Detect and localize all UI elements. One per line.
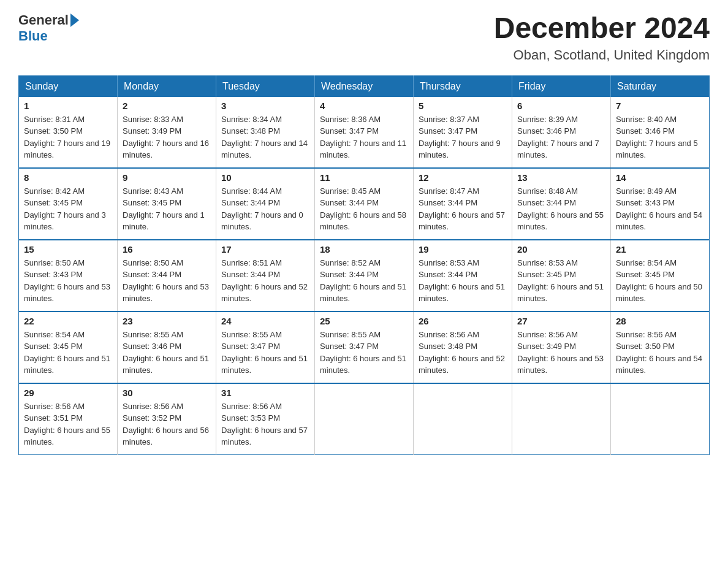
day-number: 2 (123, 101, 211, 111)
day-number: 27 (517, 316, 605, 326)
logo-general-text: General (18, 12, 69, 28)
calendar-cell: 18 Sunrise: 8:52 AMSunset: 3:44 PMDaylig… (315, 240, 414, 312)
day-info: Sunrise: 8:40 AMSunset: 3:46 PMDaylight:… (616, 115, 698, 160)
day-number: 15 (24, 244, 112, 255)
calendar-table: Sunday Monday Tuesday Wednesday Thursday… (18, 75, 710, 455)
logo: General Blue (18, 12, 79, 44)
day-number: 30 (123, 388, 211, 398)
calendar-week-5: 29 Sunrise: 8:56 AMSunset: 3:51 PMDaylig… (19, 383, 710, 455)
calendar-cell: 21 Sunrise: 8:54 AMSunset: 3:45 PMDaylig… (611, 240, 710, 312)
logo-blue-text: Blue (18, 28, 48, 44)
calendar-cell: 30 Sunrise: 8:56 AMSunset: 3:52 PMDaylig… (118, 383, 216, 455)
calendar-cell: 23 Sunrise: 8:55 AMSunset: 3:46 PMDaylig… (118, 312, 216, 383)
page-header: General Blue December 2024 Oban, Scotlan… (18, 12, 710, 63)
calendar-cell: 10 Sunrise: 8:44 AMSunset: 3:44 PMDaylig… (216, 168, 315, 240)
day-number: 1 (24, 101, 112, 111)
day-info: Sunrise: 8:34 AMSunset: 3:48 PMDaylight:… (221, 115, 308, 160)
logo-triangle-icon (70, 13, 79, 27)
day-number: 11 (320, 172, 408, 183)
day-number: 17 (221, 244, 309, 255)
day-number: 9 (123, 172, 211, 183)
calendar-cell: 7 Sunrise: 8:40 AMSunset: 3:46 PMDayligh… (611, 97, 710, 168)
calendar-cell: 25 Sunrise: 8:55 AMSunset: 3:47 PMDaylig… (315, 312, 414, 383)
day-number: 23 (123, 316, 211, 326)
day-info: Sunrise: 8:53 AMSunset: 3:45 PMDaylight:… (517, 258, 604, 304)
day-number: 13 (517, 172, 605, 183)
day-number: 8 (24, 172, 112, 183)
header-sunday: Sunday (19, 75, 118, 97)
calendar-cell: 9 Sunrise: 8:43 AMSunset: 3:45 PMDayligh… (118, 168, 216, 240)
day-info: Sunrise: 8:54 AMSunset: 3:45 PMDaylight:… (24, 330, 110, 375)
day-info: Sunrise: 8:56 AMSunset: 3:52 PMDaylight:… (123, 402, 209, 447)
calendar-cell: 20 Sunrise: 8:53 AMSunset: 3:45 PMDaylig… (512, 240, 611, 312)
day-info: Sunrise: 8:44 AMSunset: 3:44 PMDaylight:… (221, 186, 303, 232)
day-number: 5 (419, 101, 507, 111)
day-info: Sunrise: 8:53 AMSunset: 3:44 PMDaylight:… (419, 258, 505, 304)
day-info: Sunrise: 8:56 AMSunset: 3:48 PMDaylight:… (419, 330, 505, 375)
day-info: Sunrise: 8:50 AMSunset: 3:43 PMDaylight:… (24, 258, 110, 304)
day-info: Sunrise: 8:37 AMSunset: 3:47 PMDaylight:… (419, 115, 501, 160)
header-monday: Monday (118, 75, 216, 97)
day-info: Sunrise: 8:55 AMSunset: 3:47 PMDaylight:… (320, 330, 406, 375)
day-number: 7 (616, 101, 704, 111)
day-number: 28 (616, 316, 704, 326)
day-number: 12 (419, 172, 507, 183)
calendar-cell (315, 383, 414, 455)
day-info: Sunrise: 8:45 AMSunset: 3:44 PMDaylight:… (320, 186, 406, 232)
day-number: 6 (517, 101, 605, 111)
day-info: Sunrise: 8:43 AMSunset: 3:45 PMDaylight:… (123, 186, 205, 232)
calendar-cell (414, 383, 512, 455)
calendar-cell: 24 Sunrise: 8:55 AMSunset: 3:47 PMDaylig… (216, 312, 315, 383)
page-title: December 2024 (494, 12, 710, 45)
day-number: 18 (320, 244, 408, 255)
day-info: Sunrise: 8:56 AMSunset: 3:53 PMDaylight:… (221, 402, 308, 447)
page-subtitle: Oban, Scotland, United Kingdom (494, 47, 710, 63)
calendar-header-row: Sunday Monday Tuesday Wednesday Thursday… (19, 75, 710, 97)
calendar-cell: 31 Sunrise: 8:56 AMSunset: 3:53 PMDaylig… (216, 383, 315, 455)
calendar-cell: 6 Sunrise: 8:39 AMSunset: 3:46 PMDayligh… (512, 97, 611, 168)
day-info: Sunrise: 8:56 AMSunset: 3:50 PMDaylight:… (616, 330, 702, 375)
day-number: 10 (221, 172, 309, 183)
calendar-week-2: 8 Sunrise: 8:42 AMSunset: 3:45 PMDayligh… (19, 168, 710, 240)
day-info: Sunrise: 8:51 AMSunset: 3:44 PMDaylight:… (221, 258, 308, 304)
calendar-cell (611, 383, 710, 455)
day-info: Sunrise: 8:50 AMSunset: 3:44 PMDaylight:… (123, 258, 209, 304)
calendar-cell: 19 Sunrise: 8:53 AMSunset: 3:44 PMDaylig… (414, 240, 512, 312)
calendar-cell: 1 Sunrise: 8:31 AMSunset: 3:50 PMDayligh… (19, 97, 118, 168)
day-info: Sunrise: 8:55 AMSunset: 3:47 PMDaylight:… (221, 330, 308, 375)
header-saturday: Saturday (611, 75, 710, 97)
day-number: 26 (419, 316, 507, 326)
calendar-cell: 5 Sunrise: 8:37 AMSunset: 3:47 PMDayligh… (414, 97, 512, 168)
day-info: Sunrise: 8:49 AMSunset: 3:43 PMDaylight:… (616, 186, 702, 232)
calendar-cell (512, 383, 611, 455)
day-info: Sunrise: 8:39 AMSunset: 3:46 PMDaylight:… (517, 115, 599, 160)
day-number: 14 (616, 172, 704, 183)
calendar-cell: 11 Sunrise: 8:45 AMSunset: 3:44 PMDaylig… (315, 168, 414, 240)
day-info: Sunrise: 8:56 AMSunset: 3:51 PMDaylight:… (24, 402, 110, 447)
calendar-cell: 13 Sunrise: 8:48 AMSunset: 3:44 PMDaylig… (512, 168, 611, 240)
day-info: Sunrise: 8:56 AMSunset: 3:49 PMDaylight:… (517, 330, 604, 375)
calendar-cell: 12 Sunrise: 8:47 AMSunset: 3:44 PMDaylig… (414, 168, 512, 240)
calendar-cell: 27 Sunrise: 8:56 AMSunset: 3:49 PMDaylig… (512, 312, 611, 383)
day-number: 29 (24, 388, 112, 398)
day-info: Sunrise: 8:36 AMSunset: 3:47 PMDaylight:… (320, 115, 406, 160)
day-number: 16 (123, 244, 211, 255)
calendar-cell: 26 Sunrise: 8:56 AMSunset: 3:48 PMDaylig… (414, 312, 512, 383)
day-info: Sunrise: 8:55 AMSunset: 3:46 PMDaylight:… (123, 330, 209, 375)
day-info: Sunrise: 8:54 AMSunset: 3:45 PMDaylight:… (616, 258, 702, 304)
calendar-cell: 28 Sunrise: 8:56 AMSunset: 3:50 PMDaylig… (611, 312, 710, 383)
day-info: Sunrise: 8:52 AMSunset: 3:44 PMDaylight:… (320, 258, 406, 304)
day-number: 24 (221, 316, 309, 326)
header-friday: Friday (512, 75, 611, 97)
calendar-week-4: 22 Sunrise: 8:54 AMSunset: 3:45 PMDaylig… (19, 312, 710, 383)
title-block: December 2024 Oban, Scotland, United Kin… (494, 12, 710, 63)
day-number: 20 (517, 244, 605, 255)
calendar-cell: 3 Sunrise: 8:34 AMSunset: 3:48 PMDayligh… (216, 97, 315, 168)
calendar-week-3: 15 Sunrise: 8:50 AMSunset: 3:43 PMDaylig… (19, 240, 710, 312)
day-number: 3 (221, 101, 309, 111)
calendar-cell: 14 Sunrise: 8:49 AMSunset: 3:43 PMDaylig… (611, 168, 710, 240)
day-info: Sunrise: 8:48 AMSunset: 3:44 PMDaylight:… (517, 186, 604, 232)
calendar-cell: 22 Sunrise: 8:54 AMSunset: 3:45 PMDaylig… (19, 312, 118, 383)
calendar-cell: 15 Sunrise: 8:50 AMSunset: 3:43 PMDaylig… (19, 240, 118, 312)
day-info: Sunrise: 8:42 AMSunset: 3:45 PMDaylight:… (24, 186, 106, 232)
